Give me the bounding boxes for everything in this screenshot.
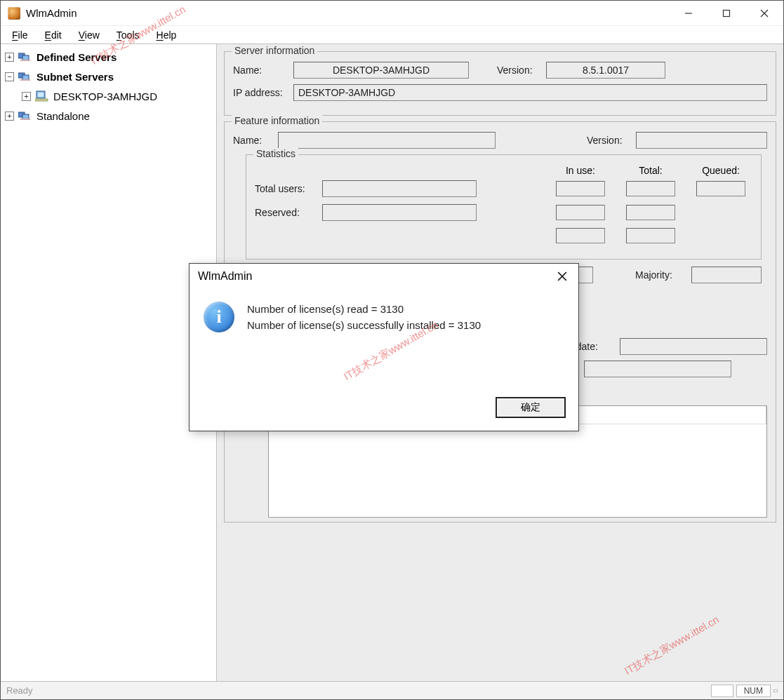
dialog-line1: Number of license(s) read = 3130 bbox=[247, 302, 481, 318]
status-empty-pill-2 bbox=[773, 689, 778, 692]
menu-file[interactable]: File bbox=[5, 28, 35, 42]
tree-node-subnet-servers[interactable]: − Subnet Servers bbox=[5, 67, 216, 86]
col-total: Total: bbox=[626, 165, 675, 176]
app-icon bbox=[8, 7, 20, 20]
feature-info-legend: Feature information bbox=[232, 115, 322, 126]
tree-node-subnet-child[interactable]: + DESKTOP-3AMHJGD bbox=[5, 86, 216, 106]
collapse-icon[interactable]: − bbox=[5, 72, 14, 81]
svg-rect-11 bbox=[38, 93, 44, 97]
menu-help-label: elp bbox=[164, 29, 177, 41]
total-users-label: Total users: bbox=[255, 183, 322, 194]
status-ready: Ready bbox=[6, 685, 33, 696]
menu-view-label: iew bbox=[85, 29, 100, 41]
servers-group-icon bbox=[18, 51, 32, 62]
col-queued: Queued: bbox=[696, 165, 745, 176]
ip-address-value: DESKTOP-3AMHJGD bbox=[293, 84, 767, 101]
feature-name-label: Name: bbox=[233, 135, 278, 146]
dialog-message: Number of license(s) read = 3130 Number … bbox=[247, 302, 481, 397]
tree-node-defined-servers[interactable]: + Defined Servers bbox=[5, 47, 216, 67]
menu-help[interactable]: Help bbox=[150, 28, 184, 42]
server-name-value: DESKTOP-3AMHJGD bbox=[293, 62, 469, 79]
expand-icon[interactable]: + bbox=[22, 92, 31, 101]
maximize-button[interactable] bbox=[707, 1, 745, 26]
svg-rect-6 bbox=[20, 60, 30, 61]
svg-rect-1 bbox=[724, 10, 730, 16]
reserved-inuse bbox=[556, 205, 605, 220]
ip-address-label: IP address: bbox=[233, 87, 293, 98]
extra-total bbox=[626, 228, 675, 243]
feature-name-value bbox=[278, 132, 496, 149]
menu-edit-label: dit bbox=[51, 29, 62, 41]
main-window: WlmAdmin File Edit View Tools Help + Def… bbox=[0, 0, 784, 700]
svg-rect-8 bbox=[22, 75, 29, 80]
svg-rect-5 bbox=[22, 55, 29, 60]
server-icon bbox=[35, 90, 49, 102]
tree-label: Standalone bbox=[36, 110, 90, 122]
expand-icon[interactable]: + bbox=[5, 112, 14, 121]
dialog-title: WlmAdmin bbox=[198, 270, 252, 283]
tree-label: Subnet Servers bbox=[36, 71, 114, 83]
svg-rect-14 bbox=[22, 114, 29, 119]
expand-icon[interactable]: + bbox=[5, 53, 14, 62]
server-info-group: Server information Name: DESKTOP-3AMHJGD… bbox=[224, 51, 776, 116]
dialog-wlmadmin: WlmAdmin i Number of license(s) read = 3… bbox=[189, 263, 579, 431]
extra-inuse bbox=[556, 228, 605, 243]
tree-label: Defined Servers bbox=[36, 51, 117, 63]
dialog-ok-button[interactable]: 确定 bbox=[496, 397, 566, 418]
tree-node-standalone[interactable]: + Standalone bbox=[5, 106, 216, 126]
servers-group-icon bbox=[18, 110, 32, 121]
status-num: NUM bbox=[736, 685, 771, 697]
svg-rect-9 bbox=[20, 79, 30, 81]
server-version-value: 8.5.1.0017 bbox=[546, 62, 665, 79]
end-date-value bbox=[584, 361, 731, 377]
reserved-total bbox=[626, 205, 675, 220]
window-title: WlmAdmin bbox=[26, 7, 77, 19]
svg-rect-12 bbox=[35, 99, 48, 101]
status-empty-pill bbox=[711, 685, 733, 697]
total-users-queued bbox=[696, 181, 745, 196]
reserved-value bbox=[322, 204, 477, 221]
menu-edit[interactable]: Edit bbox=[38, 28, 69, 42]
server-info-legend: Server information bbox=[232, 45, 317, 56]
total-users-inuse bbox=[556, 181, 605, 196]
dialog-close-button[interactable] bbox=[553, 267, 571, 285]
menu-file-label: ile bbox=[18, 29, 28, 41]
total-users-total bbox=[626, 181, 675, 196]
servers-group-icon bbox=[18, 71, 32, 82]
titlebar: WlmAdmin bbox=[1, 1, 783, 26]
dialog-titlebar: WlmAdmin bbox=[190, 264, 578, 289]
menu-tools-label: ools bbox=[121, 29, 140, 41]
status-bar: Ready NUM bbox=[1, 681, 783, 699]
server-version-label: Version: bbox=[497, 65, 546, 76]
server-name-label: Name: bbox=[233, 65, 293, 76]
tree-label: DESKTOP-3AMHJGD bbox=[53, 90, 157, 102]
feature-version-value bbox=[636, 132, 767, 149]
majority-value bbox=[691, 267, 762, 283]
rt-date-value bbox=[620, 338, 767, 355]
col-inuse: In use: bbox=[556, 165, 605, 176]
dialog-line2: Number of license(s) successfully instal… bbox=[247, 318, 481, 334]
feature-version-label: Version: bbox=[587, 135, 636, 146]
close-button[interactable] bbox=[745, 1, 783, 26]
server-tree[interactable]: + Defined Servers − Subnet Servers + DES… bbox=[1, 44, 217, 681]
majority-label: Majority: bbox=[635, 269, 691, 281]
total-users-value bbox=[322, 180, 477, 197]
statistics-legend: Statistics bbox=[253, 148, 298, 159]
svg-rect-15 bbox=[20, 119, 30, 120]
reserved-label: Reserved: bbox=[255, 207, 322, 218]
info-icon: i bbox=[204, 302, 234, 332]
minimize-button[interactable] bbox=[670, 1, 707, 26]
menubar: File Edit View Tools Help bbox=[1, 26, 783, 44]
menu-tools[interactable]: Tools bbox=[109, 28, 147, 42]
statistics-group: Statistics In use: Total: Queued: Total … bbox=[246, 154, 762, 260]
menu-view[interactable]: View bbox=[72, 28, 107, 42]
